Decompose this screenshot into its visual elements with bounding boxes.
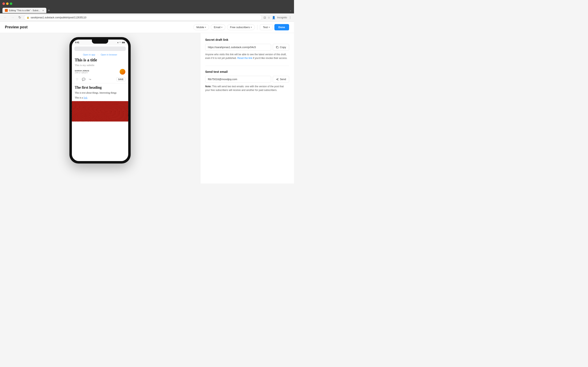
phone-screen: 9:41 ▲ ᯤ ▮▮▮ Open in app · Open in brows… — [72, 40, 128, 161]
reset-link-button[interactable]: Reset the link — [237, 57, 252, 59]
title-bar — [0, 0, 294, 7]
email-dropdown-button[interactable]: Email ▾ — [211, 24, 225, 30]
secret-draft-url-input[interactable] — [205, 44, 271, 50]
flower-image-overlay — [72, 101, 128, 122]
free-subscribers-dropdown-button[interactable]: Free subscribers ▾ — [227, 24, 255, 30]
tab-overflow-icon: ⌄ — [290, 9, 292, 12]
test-label: Test — [263, 26, 268, 29]
new-tab-button[interactable]: + — [47, 8, 51, 12]
phone-content-text-2: This is a link — [72, 95, 128, 100]
done-button[interactable]: Done — [274, 24, 289, 30]
address-bar[interactable]: 🔒 sarahjonas1.substack.com/publish/post/… — [24, 15, 262, 20]
phone-save-button[interactable]: SAVE — [116, 77, 126, 81]
minimize-window-button[interactable] — [6, 2, 9, 5]
test-button[interactable]: Test ▾ — [260, 24, 273, 30]
nav-actions: ⊡ ☆ 👤 Incognito ⋮ — [264, 16, 292, 19]
phone-author-name: SARAH JONAS — [75, 70, 89, 72]
main-content: 9:41 ▲ ᯤ ▮▮▮ Open in app · Open in brows… — [0, 33, 294, 184]
tab-bar: Editing "This is a title" - Subst... ✕ +… — [0, 7, 294, 13]
phone-avatar — [120, 69, 125, 75]
tab-title: Editing "This is a title" - Subst... — [9, 9, 40, 12]
open-in-browser-link[interactable]: Open in browser — [101, 53, 117, 56]
phone-mockup: 9:41 ▲ ᯤ ▮▮▮ Open in app · Open in brows… — [69, 37, 131, 164]
traffic-lights — [2, 2, 12, 5]
forward-button[interactable]: → — [10, 15, 16, 20]
secret-draft-description: Anyone who visits this link will be able… — [205, 53, 289, 60]
email-dropdown-arrow: ▾ — [221, 26, 222, 28]
send-label: Send — [280, 78, 286, 81]
phone-post-title: This is a title — [72, 57, 128, 63]
tab-favicon — [5, 9, 8, 12]
browser-chrome: Editing "This is a title" - Subst... ✕ +… — [0, 0, 294, 22]
phone-status-time: 9:41 — [75, 42, 79, 44]
app-header: Preview post Mobile ▾ Email ▾ Free subsc… — [0, 22, 294, 33]
copy-icon — [276, 46, 279, 49]
page-title: Preview post — [5, 25, 27, 29]
send-test-email-button[interactable]: Send — [273, 76, 289, 83]
secret-draft-title: Secret draft link — [205, 38, 289, 42]
free-subscribers-label: Free subscribers — [230, 26, 250, 29]
right-panel: Secret draft link Copy Anyone who visits… — [200, 33, 294, 184]
phone-status-icons: ▲ ᯤ ▮▮▮ — [117, 42, 125, 43]
test-email-note: Note: This will send two test emails: on… — [205, 85, 289, 92]
mobile-dropdown-arrow: ▾ — [205, 26, 206, 28]
free-subscribers-dropdown-arrow: ▾ — [251, 26, 252, 28]
phone-actions: ♡ 💬 ↪ SAVE — [72, 76, 128, 83]
phone-content-link[interactable]: link — [84, 96, 87, 99]
like-icon[interactable]: ♡ — [75, 77, 79, 82]
signal-icon: ▲ — [117, 42, 119, 43]
test-email-title: Send test email — [205, 70, 289, 73]
divider — [257, 25, 258, 30]
close-window-button[interactable] — [2, 2, 5, 5]
secret-draft-section: Secret draft link Copy Anyone who visits… — [205, 38, 289, 60]
test-email-section: Send test email Send Note: This will sen… — [205, 70, 289, 92]
active-tab[interactable]: Editing "This is a title" - Subst... ✕ — [2, 8, 46, 13]
back-button[interactable]: ← — [2, 15, 8, 20]
svg-rect-0 — [277, 47, 278, 48]
url-text: sarahjonas1.substack.com/publish/post/11… — [31, 16, 86, 19]
profile-button[interactable]: 👤 — [272, 16, 276, 19]
menu-button[interactable]: ⋮ — [289, 16, 292, 19]
phone-post-image — [72, 101, 128, 122]
mobile-dropdown-button[interactable]: Mobile ▾ — [193, 24, 209, 30]
open-in-app-link[interactable]: Open in app — [83, 53, 95, 56]
test-email-input[interactable] — [205, 76, 271, 83]
send-icon — [276, 78, 279, 81]
phone-open-links: Open in app · Open in browser — [72, 52, 128, 57]
note-text: This will send two test emails: one with… — [205, 85, 284, 92]
battery-icon: ▮▮▮ — [122, 42, 125, 43]
phone-post-subtitle: This is my subtitle — [72, 63, 128, 67]
phone-notch — [92, 40, 108, 44]
maximize-window-button[interactable] — [10, 2, 12, 5]
email-label: Email — [214, 26, 221, 29]
share-icon[interactable]: ↪ — [88, 77, 92, 82]
lock-icon: 🔒 — [26, 16, 29, 19]
phone-area: 9:41 ▲ ᯤ ▮▮▮ Open in app · Open in brows… — [0, 33, 200, 184]
phone-author-info: SARAH JONAS APR 4 • DRAFT — [75, 70, 89, 74]
phone-author-row: SARAH JONAS APR 4 • DRAFT — [72, 67, 128, 76]
phone-text-prefix: This is a — [75, 96, 84, 99]
copy-link-button[interactable]: Copy — [273, 44, 289, 50]
comment-icon[interactable]: 💬 — [81, 77, 86, 82]
phone-action-icons: ♡ 💬 ↪ — [75, 77, 92, 82]
secret-draft-desc-suffix: if you'd like revoke their access. — [253, 57, 287, 59]
tab-close-button[interactable]: ✕ — [42, 9, 44, 12]
link-separator: · — [98, 53, 98, 56]
nav-bar: ← → ↻ 🔒 sarahjonas1.substack.com/publish… — [0, 13, 294, 22]
phone-author-meta: APR 4 • DRAFT — [75, 72, 89, 74]
phone-browser-address-bar — [74, 47, 126, 51]
panel-divider — [205, 66, 289, 66]
test-email-input-row: Send — [205, 76, 289, 83]
phone-content-heading: The first heading — [72, 83, 128, 91]
incognito-label: Incognito — [277, 16, 287, 19]
test-dropdown-arrow: ▾ — [269, 26, 270, 28]
mobile-label: Mobile — [196, 26, 204, 29]
note-label: Note: — [205, 85, 212, 88]
secret-draft-input-row: Copy — [205, 44, 289, 50]
copy-label: Copy — [280, 46, 286, 49]
bookmark-button[interactable]: ☆ — [268, 16, 270, 19]
refresh-button[interactable]: ↻ — [17, 15, 22, 20]
phone-content-text-1: This is text about things. Interesting t… — [72, 91, 128, 95]
cast-button[interactable]: ⊡ — [264, 16, 266, 19]
wifi-icon: ᯤ — [120, 42, 121, 43]
